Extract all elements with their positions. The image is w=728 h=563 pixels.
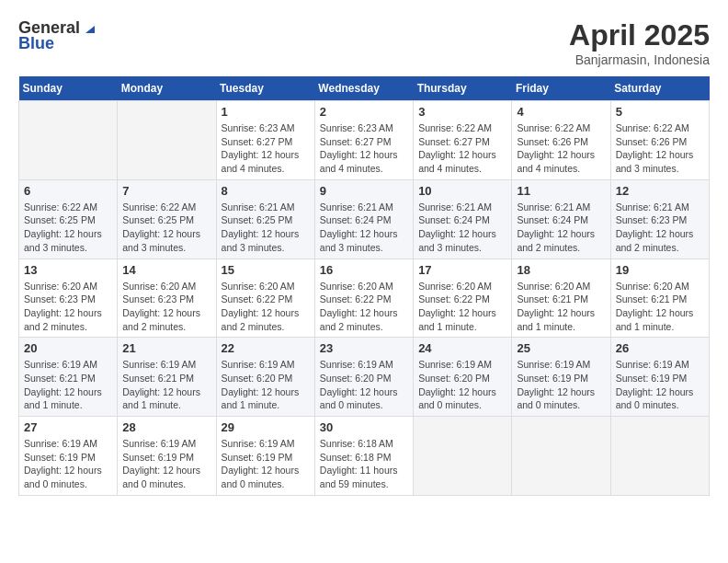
calendar-cell	[19, 101, 118, 180]
calendar-cell: 21Sunrise: 6:19 AMSunset: 6:21 PMDayligh…	[118, 338, 216, 417]
day-detail: Sunrise: 6:19 AMSunset: 6:20 PMDaylight:…	[320, 358, 408, 412]
calendar-cell	[414, 417, 512, 496]
day-detail: Sunrise: 6:22 AMSunset: 6:26 PMDaylight:…	[616, 121, 704, 176]
calendar-cell: 14Sunrise: 6:20 AMSunset: 6:23 PMDayligh…	[118, 259, 216, 338]
day-number: 5	[616, 105, 704, 119]
day-number: 21	[122, 341, 210, 355]
day-detail: Sunrise: 6:22 AMSunset: 6:25 PMDaylight:…	[24, 201, 112, 255]
day-number: 18	[517, 263, 605, 277]
svg-marker-0	[85, 26, 95, 33]
calendar-cell: 25Sunrise: 6:19 AMSunset: 6:19 PMDayligh…	[512, 338, 610, 417]
month-title: April 2025	[569, 18, 710, 52]
subtitle: Banjarmasin, Indonesia	[569, 52, 710, 67]
calendar-cell: 16Sunrise: 6:20 AMSunset: 6:22 PMDayligh…	[314, 259, 413, 338]
day-number: 8	[222, 184, 310, 198]
calendar-cell: 15Sunrise: 6:20 AMSunset: 6:22 PMDayligh…	[216, 259, 314, 338]
calendar-cell: 26Sunrise: 6:19 AMSunset: 6:19 PMDayligh…	[610, 338, 709, 417]
calendar-cell: 19Sunrise: 6:20 AMSunset: 6:21 PMDayligh…	[610, 259, 709, 338]
calendar-table: SundayMondayTuesdayWednesdayThursdayFrid…	[18, 76, 710, 496]
calendar-cell: 4Sunrise: 6:22 AMSunset: 6:26 PMDaylight…	[512, 101, 610, 180]
day-detail: Sunrise: 6:21 AMSunset: 6:24 PMDaylight:…	[418, 201, 506, 255]
calendar-cell: 10Sunrise: 6:21 AMSunset: 6:24 PMDayligh…	[414, 179, 512, 259]
day-detail: Sunrise: 6:19 AMSunset: 6:19 PMDaylight:…	[24, 437, 112, 491]
logo: General Blue	[18, 18, 98, 53]
day-detail: Sunrise: 6:20 AMSunset: 6:22 PMDaylight:…	[320, 280, 408, 334]
day-number: 15	[222, 263, 310, 277]
weekday-header: Friday	[512, 76, 610, 101]
day-number: 29	[222, 420, 310, 434]
calendar-week-row: 1Sunrise: 6:23 AMSunset: 6:27 PMDaylight…	[19, 101, 710, 180]
calendar-week-row: 13Sunrise: 6:20 AMSunset: 6:23 PMDayligh…	[19, 259, 710, 338]
calendar-cell: 2Sunrise: 6:23 AMSunset: 6:27 PMDaylight…	[314, 101, 413, 180]
calendar-week-row: 6Sunrise: 6:22 AMSunset: 6:25 PMDaylight…	[19, 179, 710, 259]
weekday-header: Sunday	[19, 76, 118, 101]
day-detail: Sunrise: 6:19 AMSunset: 6:19 PMDaylight:…	[122, 437, 210, 491]
calendar-cell: 20Sunrise: 6:19 AMSunset: 6:21 PMDayligh…	[19, 338, 118, 417]
day-number: 10	[418, 184, 506, 198]
weekday-header: Saturday	[610, 76, 709, 101]
day-detail: Sunrise: 6:19 AMSunset: 6:21 PMDaylight:…	[122, 358, 210, 412]
calendar-cell: 24Sunrise: 6:19 AMSunset: 6:20 PMDayligh…	[414, 338, 512, 417]
day-detail: Sunrise: 6:20 AMSunset: 6:23 PMDaylight:…	[122, 280, 210, 334]
day-detail: Sunrise: 6:19 AMSunset: 6:20 PMDaylight:…	[222, 358, 310, 412]
weekday-header: Thursday	[414, 76, 512, 101]
day-number: 17	[418, 263, 506, 277]
day-detail: Sunrise: 6:20 AMSunset: 6:21 PMDaylight:…	[517, 280, 605, 334]
day-detail: Sunrise: 6:19 AMSunset: 6:19 PMDaylight:…	[222, 437, 310, 491]
day-number: 6	[24, 184, 112, 198]
day-number: 12	[616, 184, 704, 198]
day-number: 28	[122, 420, 210, 434]
calendar-cell: 23Sunrise: 6:19 AMSunset: 6:20 PMDayligh…	[314, 338, 413, 417]
day-detail: Sunrise: 6:21 AMSunset: 6:24 PMDaylight:…	[320, 201, 408, 255]
day-number: 30	[320, 420, 408, 434]
calendar-cell: 8Sunrise: 6:21 AMSunset: 6:25 PMDaylight…	[216, 179, 314, 259]
calendar-cell: 30Sunrise: 6:18 AMSunset: 6:18 PMDayligh…	[314, 417, 413, 496]
day-number: 13	[24, 263, 112, 277]
calendar-cell: 18Sunrise: 6:20 AMSunset: 6:21 PMDayligh…	[512, 259, 610, 338]
day-number: 7	[122, 184, 210, 198]
day-detail: Sunrise: 6:21 AMSunset: 6:24 PMDaylight:…	[517, 201, 605, 255]
calendar-cell: 9Sunrise: 6:21 AMSunset: 6:24 PMDaylight…	[314, 179, 413, 259]
day-detail: Sunrise: 6:20 AMSunset: 6:21 PMDaylight:…	[616, 280, 704, 334]
day-number: 2	[320, 105, 408, 119]
title-area: April 2025 Banjarmasin, Indonesia	[569, 18, 710, 67]
calendar-cell: 11Sunrise: 6:21 AMSunset: 6:24 PMDayligh…	[512, 179, 610, 259]
day-number: 26	[616, 341, 704, 355]
day-detail: Sunrise: 6:22 AMSunset: 6:26 PMDaylight:…	[517, 121, 605, 176]
day-detail: Sunrise: 6:20 AMSunset: 6:22 PMDaylight:…	[222, 280, 310, 334]
calendar-cell: 6Sunrise: 6:22 AMSunset: 6:25 PMDaylight…	[19, 179, 118, 259]
day-detail: Sunrise: 6:19 AMSunset: 6:19 PMDaylight:…	[616, 358, 704, 412]
calendar-cell: 27Sunrise: 6:19 AMSunset: 6:19 PMDayligh…	[19, 417, 118, 496]
day-number: 22	[222, 341, 310, 355]
day-number: 16	[320, 263, 408, 277]
day-detail: Sunrise: 6:21 AMSunset: 6:25 PMDaylight:…	[222, 201, 310, 255]
calendar-cell: 12Sunrise: 6:21 AMSunset: 6:23 PMDayligh…	[610, 179, 709, 259]
day-detail: Sunrise: 6:20 AMSunset: 6:23 PMDaylight:…	[24, 280, 112, 334]
header: General Blue April 2025 Banjarmasin, Ind…	[18, 18, 710, 67]
calendar-cell: 7Sunrise: 6:22 AMSunset: 6:25 PMDaylight…	[118, 179, 216, 259]
day-detail: Sunrise: 6:23 AMSunset: 6:27 PMDaylight:…	[320, 121, 408, 176]
calendar-body: 1Sunrise: 6:23 AMSunset: 6:27 PMDaylight…	[19, 101, 710, 496]
calendar-header: SundayMondayTuesdayWednesdayThursdayFrid…	[19, 76, 710, 101]
calendar-week-row: 20Sunrise: 6:19 AMSunset: 6:21 PMDayligh…	[19, 338, 710, 417]
weekday-header: Tuesday	[216, 76, 314, 101]
day-detail: Sunrise: 6:21 AMSunset: 6:23 PMDaylight:…	[616, 201, 704, 255]
day-number: 11	[517, 184, 605, 198]
day-number: 25	[517, 341, 605, 355]
day-number: 9	[320, 184, 408, 198]
calendar-cell: 28Sunrise: 6:19 AMSunset: 6:19 PMDayligh…	[118, 417, 216, 496]
day-number: 19	[616, 263, 704, 277]
day-detail: Sunrise: 6:19 AMSunset: 6:19 PMDaylight:…	[517, 358, 605, 412]
weekday-row: SundayMondayTuesdayWednesdayThursdayFrid…	[19, 76, 710, 101]
logo-blue: Blue	[18, 34, 54, 53]
weekday-header: Monday	[118, 76, 216, 101]
day-detail: Sunrise: 6:23 AMSunset: 6:27 PMDaylight:…	[222, 121, 310, 176]
calendar-cell: 29Sunrise: 6:19 AMSunset: 6:19 PMDayligh…	[216, 417, 314, 496]
day-number: 23	[320, 341, 408, 355]
day-number: 4	[517, 105, 605, 119]
day-detail: Sunrise: 6:18 AMSunset: 6:18 PMDaylight:…	[320, 437, 408, 491]
calendar-cell	[118, 101, 216, 180]
day-detail: Sunrise: 6:19 AMSunset: 6:20 PMDaylight:…	[418, 358, 506, 412]
calendar-cell: 13Sunrise: 6:20 AMSunset: 6:23 PMDayligh…	[19, 259, 118, 338]
calendar-cell: 5Sunrise: 6:22 AMSunset: 6:26 PMDaylight…	[610, 101, 709, 180]
